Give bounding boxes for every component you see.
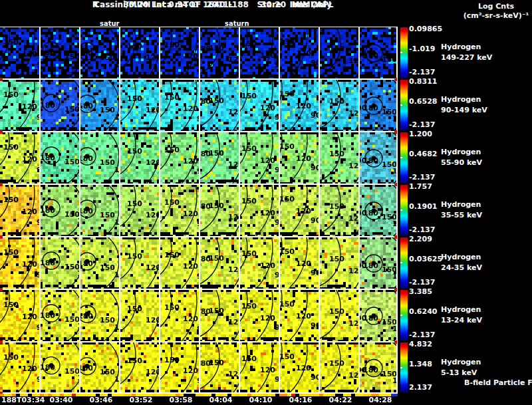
bfield-flow-label: B-field Particle Flow bbox=[464, 378, 532, 387]
energy-range-label: 35-55 keV bbox=[441, 211, 527, 219]
colorbar-mid-tick bbox=[400, 262, 402, 263]
time-tick-label: 04:04 bbox=[201, 396, 241, 404]
time-tick-label: 04:10 bbox=[241, 396, 281, 404]
time-tick-label: 03:52 bbox=[121, 396, 161, 404]
species-label: Hydrogen bbox=[441, 358, 527, 366]
colorbar-min-label: -2.137 bbox=[409, 225, 449, 234]
species-label: Hydrogen bbox=[441, 305, 527, 314]
species-label: Hydrogen bbox=[441, 148, 527, 156]
colorbar-min-label: -2.137 bbox=[409, 278, 449, 287]
energy-range-label: 90-149 keV bbox=[441, 106, 527, 114]
species-label: Hydrogen bbox=[441, 43, 527, 51]
colorbar-min-label: -2.137 bbox=[409, 120, 449, 129]
spectrogram-canvas bbox=[0, 27, 398, 394]
colorbar-max-label: 3.385 bbox=[409, 287, 449, 296]
cassini-mimi-inca-display: { "header": { "title_line1": "Cassini/MI… bbox=[0, 0, 532, 405]
colorbar-min-label: 2.137 bbox=[409, 383, 449, 392]
colorbar-units-label: Log Cnts bbox=[458, 2, 532, 11]
colorbar-max-label: 0.8311 bbox=[409, 77, 449, 86]
energy-range-label: 13-24 keV bbox=[441, 316, 527, 325]
colorbar-mid-tick bbox=[400, 157, 402, 158]
orbit-status-line: R 30.20 Lat 0.34 LT 1640 L 30.20 MIMI/AP… bbox=[0, 0, 426, 9]
time-tick-label: 03:46 bbox=[81, 396, 121, 404]
energy-range-label: 5-13 keV bbox=[441, 368, 527, 377]
time-tick-label: 04:28 bbox=[360, 396, 400, 404]
time-tick-label: 04:16 bbox=[281, 396, 321, 404]
colorbar-max-label: 2.209 bbox=[409, 235, 449, 243]
colorbar-max-label: 0.09865 bbox=[409, 25, 449, 33]
colorbar-max-label: 4.832 bbox=[409, 340, 449, 348]
species-label: Hydrogen bbox=[441, 95, 527, 104]
colorbar-min-label: -2.137 bbox=[409, 68, 449, 76]
colorbar-min-label: -2.137 bbox=[409, 173, 449, 182]
time-tick-label: 03:58 bbox=[161, 396, 201, 404]
colorbar-mid-tick bbox=[400, 315, 402, 316]
colorbar-mid-tick bbox=[400, 209, 402, 211]
time-tick-label: 03:40 bbox=[41, 396, 81, 404]
colorbar-min-label: -2.137 bbox=[409, 331, 449, 339]
species-label: Hydrogen bbox=[441, 200, 527, 209]
colorbar-mid-tick bbox=[400, 52, 402, 53]
colorbar-units-formula: (cm²-sr-s-keV)⁻¹ bbox=[458, 11, 532, 20]
energy-range-label: 24-35 keV bbox=[441, 263, 527, 272]
species-label: Hydrogen bbox=[441, 253, 527, 261]
colorbar-max-label: 1.757 bbox=[409, 182, 449, 191]
time-tick-label: 188T03:34 bbox=[1, 396, 45, 404]
colorbar-mid-tick bbox=[400, 104, 402, 106]
time-tick-label: 04:22 bbox=[321, 396, 360, 404]
energy-range-label: 149-227 keV bbox=[441, 53, 527, 62]
colorbar-max-label: 1.200 bbox=[409, 130, 449, 138]
colorbar-mid-tick bbox=[400, 367, 402, 368]
energy-range-label: 55-90 keV bbox=[441, 158, 527, 167]
